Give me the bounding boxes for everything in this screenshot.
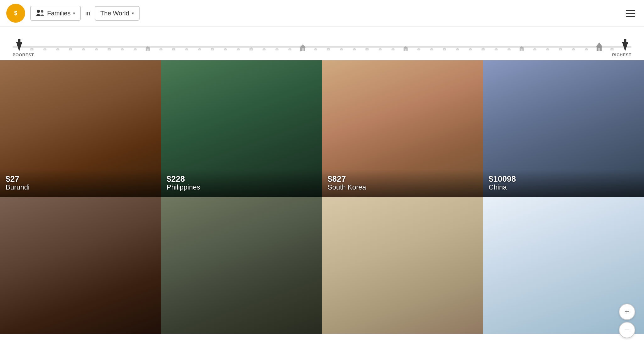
house-icon [348, 47, 361, 52]
house-icon [77, 47, 90, 52]
photo-country-philippines: Philippines [167, 183, 316, 191]
app-header: $ Families ▾ in The World ▾ [0, 0, 644, 27]
logo-icon: $ [10, 8, 21, 19]
app-logo: $ [6, 4, 25, 23]
zoom-in-button[interactable]: + [619, 304, 635, 320]
photo-bg-row2-3 [322, 197, 483, 334]
svg-marker-17 [82, 48, 86, 49]
svg-rect-19 [83, 49, 84, 50]
house-icon [51, 47, 64, 52]
house-icon [554, 47, 567, 52]
house-icon [386, 47, 399, 52]
house-icon [245, 47, 258, 52]
svg-marker-134 [585, 48, 588, 49]
house-icon [154, 47, 167, 52]
house-icon [451, 47, 464, 52]
svg-marker-29 [133, 48, 137, 49]
house-icon [322, 47, 335, 52]
location-caret: ▾ [132, 11, 134, 16]
photo-caption-southkorea: $827 South Korea [322, 169, 483, 197]
house-icon [335, 47, 348, 52]
svg-rect-79 [341, 49, 342, 50]
house-icon [25, 47, 38, 52]
svg-rect-139 [598, 48, 600, 51]
svg-marker-89 [391, 48, 395, 49]
svg-rect-97 [418, 49, 419, 50]
zoom-out-button[interactable]: − [619, 322, 635, 334]
svg-rect-130 [560, 49, 561, 51]
svg-marker-26 [120, 48, 124, 49]
house-icon [515, 46, 528, 52]
zoom-controls: + − [619, 304, 635, 334]
houses-row [13, 30, 631, 52]
house-icon [425, 47, 438, 52]
svg-rect-106 [457, 49, 458, 50]
svg-rect-52 [225, 49, 226, 50]
photo-card-row2-2[interactable] [161, 197, 322, 334]
photo-bg-row2-1 [0, 197, 161, 334]
families-filter-button[interactable]: Families ▾ [30, 6, 81, 21]
svg-marker-143 [622, 39, 628, 51]
svg-marker-53 [236, 48, 240, 49]
svg-marker-116 [507, 48, 511, 49]
svg-marker-41 [185, 48, 189, 49]
svg-rect-88 [380, 49, 381, 50]
scale-track [13, 30, 631, 52]
menu-button[interactable] [623, 8, 638, 19]
house-icon [64, 47, 77, 52]
house-icon [116, 47, 129, 52]
svg-rect-25 [109, 49, 110, 51]
house-icon [593, 42, 606, 52]
svg-marker-92 [403, 46, 408, 48]
svg-marker-20 [95, 48, 98, 49]
svg-marker-131 [572, 48, 575, 49]
svg-rect-94 [405, 49, 407, 51]
photo-card-burundi[interactable]: $27 Burundi [0, 60, 161, 197]
svg-rect-13 [57, 49, 58, 50]
photo-card-philippines[interactable]: $228 Philippines [161, 60, 322, 197]
svg-rect-55 [238, 49, 239, 50]
photo-card-china[interactable]: $10098 China [483, 60, 644, 197]
photo-card-row2-3[interactable] [322, 197, 483, 334]
house-icon [129, 47, 142, 52]
svg-rect-22 [96, 49, 97, 50]
svg-marker-119 [519, 46, 524, 48]
svg-rect-109 [470, 49, 471, 50]
house-icon [258, 47, 270, 52]
svg-marker-77 [340, 48, 343, 49]
in-label: in [85, 10, 90, 17]
house-icon [38, 47, 51, 52]
svg-rect-127 [547, 49, 548, 50]
house-icon [580, 47, 593, 52]
house-icon [412, 47, 425, 52]
house-icon [180, 47, 193, 52]
poorest-label: POOREST [13, 52, 34, 57]
photo-card-southkorea[interactable]: $827 South Korea [322, 60, 483, 197]
photo-caption-philippines: $228 Philippines [161, 169, 322, 197]
svg-marker-68 [300, 44, 306, 47]
svg-rect-91 [392, 49, 394, 50]
house-icon [399, 46, 412, 52]
svg-rect-103 [444, 49, 445, 51]
location-filter-button[interactable]: The World ▾ [95, 6, 140, 21]
house-icon [619, 39, 631, 52]
svg-marker-5 [30, 48, 34, 49]
svg-marker-59 [262, 48, 266, 49]
svg-point-3 [41, 10, 43, 13]
photo-amount-southkorea: $827 [328, 174, 477, 184]
svg-marker-101 [442, 48, 447, 49]
svg-marker-56 [249, 47, 253, 49]
house-icon [464, 47, 477, 52]
photo-card-row2-1[interactable] [0, 197, 161, 334]
svg-rect-115 [496, 49, 497, 50]
scale-labels: POOREST RICHEST [13, 52, 631, 59]
house-icon [541, 47, 554, 52]
svg-marker-107 [469, 48, 472, 49]
svg-rect-73 [315, 49, 316, 50]
svg-rect-136 [586, 49, 587, 50]
house-icon [606, 47, 619, 52]
location-label: The World [100, 10, 129, 17]
svg-marker-71 [314, 48, 318, 49]
photo-country-china: China [489, 183, 638, 191]
menu-line-3 [626, 16, 635, 17]
